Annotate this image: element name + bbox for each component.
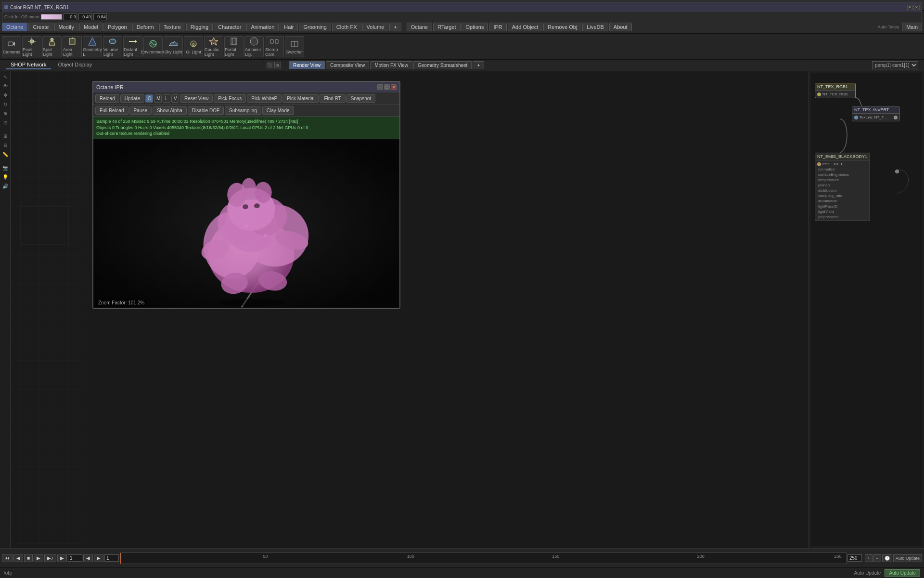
tab-hair[interactable]: Hair: [280, 23, 298, 31]
btn-sky-light[interactable]: Sky Light: [164, 36, 183, 57]
btn-cameras[interactable]: Cameras: [2, 36, 21, 57]
tl-play[interactable]: ▶: [34, 554, 43, 562]
ipr-find-rt-btn[interactable]: Find RT: [320, 94, 345, 103]
tool-camera[interactable]: 📷: [1, 163, 10, 172]
ipr-mode-m[interactable]: M: [154, 94, 162, 103]
tool-measure[interactable]: 📏: [1, 150, 10, 158]
tab-rigging[interactable]: Rigging: [186, 23, 213, 31]
tab-deform[interactable]: Deform: [132, 23, 158, 31]
btn-about[interactable]: About: [609, 23, 632, 31]
color-swatch[interactable]: [41, 14, 62, 20]
ipr-mode-v[interactable]: V: [171, 94, 179, 103]
ipr-clay-mode-btn[interactable]: Clay Mode: [262, 106, 294, 115]
color-rgb-close[interactable]: ✕: [913, 5, 920, 10]
ipr-snapshot-btn[interactable]: Snapshot: [346, 94, 375, 103]
node-graph[interactable]: NT_TEX_RGB1 NT_TEX_RGB NT_TEX_INVERT: [811, 73, 922, 546]
color-op-menu-hint[interactable]: Click for OP menu: [4, 14, 39, 19]
tool-grid[interactable]: ⊟: [1, 141, 10, 149]
tab-shop-network[interactable]: SHOP Network: [6, 61, 51, 69]
color-val-b[interactable]: [93, 13, 107, 20]
ipr-update-btn[interactable]: Update: [120, 94, 144, 103]
tab-grooming[interactable]: Grooming: [299, 23, 331, 31]
btn-distant-light[interactable]: Distant Light: [123, 36, 142, 57]
tl-prev[interactable]: ◀: [83, 554, 93, 562]
octane-render-viewport[interactable]: Zoom Factor: 101.2%: [93, 139, 399, 308]
ipr-show-alpha-btn[interactable]: Show Alpha: [153, 106, 187, 115]
ipr-maximize[interactable]: □: [384, 84, 390, 90]
btn-point-light[interactable]: Point Light: [22, 36, 41, 57]
tab-animation[interactable]: Animation: [246, 23, 279, 31]
color-rgb-menu[interactable]: ≡: [907, 5, 912, 10]
auto-update-button[interactable]: Auto Update: [885, 569, 920, 577]
tl-stop[interactable]: ■: [24, 554, 33, 562]
tab-object-display[interactable]: Object Display: [53, 61, 97, 69]
tool-scale[interactable]: ⊕: [1, 109, 10, 118]
tl-next-frame[interactable]: ▶: [57, 554, 67, 562]
ipr-reload-btn[interactable]: Reload: [95, 94, 119, 103]
tool-snap[interactable]: ⊞: [1, 131, 10, 140]
ipr-subsampling-btn[interactable]: Subsampling: [225, 106, 261, 115]
btn-livedb[interactable]: LiveDB: [582, 23, 608, 31]
tab-add[interactable]: +: [389, 23, 401, 31]
tl-realtime[interactable]: 🕐: [882, 554, 892, 562]
tab-geometry-spreadsheet[interactable]: Geometry Spreadsheet: [413, 61, 472, 69]
btn-geometry[interactable]: Geometry L.: [83, 36, 102, 57]
btn-stereo-cam[interactable]: Stereo Cam.: [265, 36, 284, 57]
btn-environment[interactable]: Environmen.: [143, 36, 163, 57]
tab-clothfx[interactable]: Cloth FX: [332, 23, 361, 31]
tool-handle[interactable]: ⊡: [1, 118, 10, 127]
tab-model[interactable]: Model: [79, 23, 103, 31]
ipr-mode-l[interactable]: L: [163, 94, 170, 103]
tab-character[interactable]: Character: [214, 23, 245, 31]
btn-rtarget[interactable]: RTarget: [433, 23, 460, 31]
btn-area-light[interactable]: Area Light: [63, 36, 82, 57]
btn-spot-light[interactable]: Spot Light: [42, 36, 62, 57]
tl-next[interactable]: ▶: [94, 554, 103, 562]
tl-prev-frame[interactable]: ◀: [13, 554, 23, 562]
frame-end[interactable]: [847, 554, 862, 562]
tab-render-view[interactable]: Render View: [289, 61, 325, 69]
btn-ambient-light[interactable]: Ambient Lig.: [244, 36, 264, 57]
tl-play-audio[interactable]: ▶♪: [44, 554, 56, 562]
tab-modify[interactable]: Modify: [54, 23, 78, 31]
tl-auto-update[interactable]: Auto Update: [893, 554, 922, 562]
btn-caustic-light[interactable]: Caustic Light: [204, 36, 223, 57]
tool-rotate[interactable]: ↻: [1, 100, 10, 108]
ipr-full-reload-btn[interactable]: Full Reload: [95, 106, 128, 115]
ipr-mode-o[interactable]: O: [145, 94, 153, 103]
tab-add-pane[interactable]: +: [473, 61, 484, 69]
btn-switcher[interactable]: Switcher: [285, 36, 304, 57]
ipr-minimize[interactable]: —: [377, 84, 383, 90]
frame-input[interactable]: [68, 554, 82, 562]
node-nt-tex-rgb1[interactable]: NT_TEX_RGB1 NT_TEX_RGB: [815, 83, 856, 98]
btn-octane[interactable]: Octane: [407, 23, 432, 31]
tab-octane[interactable]: Octane: [2, 23, 27, 31]
btn-add-object[interactable]: Add Object: [508, 23, 542, 31]
btn-volume-light[interactable]: Volume Light: [103, 36, 122, 57]
tl-zoom-out[interactable]: −: [873, 554, 881, 562]
tl-zoom-in[interactable]: +: [865, 554, 873, 562]
color-val-r[interactable]: [64, 13, 77, 20]
btn-remove-obj[interactable]: Remove Obj: [543, 23, 581, 31]
tab-texture[interactable]: Texture: [159, 23, 185, 31]
ipr-pause-btn[interactable]: Pause: [129, 106, 152, 115]
tab-polygon[interactable]: Polygon: [103, 23, 131, 31]
btn-portal-light[interactable]: Portal Light: [224, 36, 244, 57]
viewport-3d[interactable]: Octane IPR — □ ✕ Reload Update O M L V R…: [11, 71, 808, 548]
frame-current[interactable]: [104, 554, 119, 562]
ipr-reset-view-btn[interactable]: Reset View: [180, 94, 213, 103]
ipr-close[interactable]: ✕: [391, 84, 397, 90]
tool-select[interactable]: ↖: [1, 72, 10, 81]
tool-audio[interactable]: 🔊: [1, 182, 10, 190]
tab-motion-fx[interactable]: Motion FX View: [370, 61, 412, 69]
node-nt-tex-invert[interactable]: NT_TEX_INVERT Texture: NT_T...: [852, 106, 900, 121]
color-val-g[interactable]: [78, 13, 92, 20]
tl-skip-start[interactable]: ⏮: [2, 554, 13, 562]
camera-dropdown[interactable]: persp1| cam1[1]: [872, 61, 918, 69]
btn-options[interactable]: Options: [462, 23, 488, 31]
tab-composite-view[interactable]: Composite View: [326, 61, 369, 69]
tool-view[interactable]: 👁: [1, 81, 10, 90]
btn-gi-light[interactable]: GI GI Light: [184, 36, 203, 57]
tool-move[interactable]: ✥: [1, 91, 10, 99]
timeline-track[interactable]: 1 50 100 150 200 250: [120, 552, 847, 564]
